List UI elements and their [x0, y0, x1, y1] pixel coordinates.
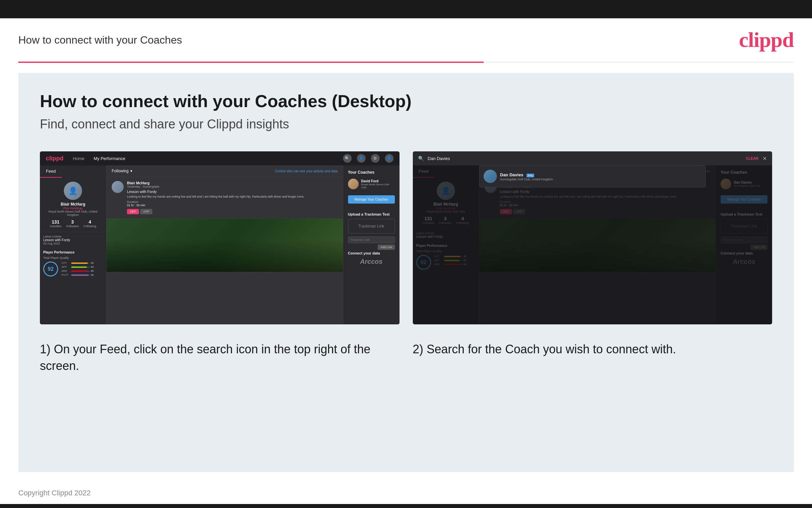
arccos-logo: Arccos [348, 258, 395, 265]
latest-activity-date: 03 Aug 2022 [43, 242, 103, 245]
activities-stat: 131 Activities [50, 219, 61, 228]
latest-activity-label: Latest Activity [43, 235, 103, 238]
search-query[interactable]: Dan Davies [428, 156, 742, 161]
post-content: Blair McHarg Yesterday · Sunningdale Les… [127, 181, 338, 214]
activities-label: Activities [50, 224, 61, 228]
arg-bar: ARG 86 [61, 269, 103, 272]
manage-coaches-button[interactable]: Manage Your Coaches [348, 195, 395, 204]
coach-name: David Ford [361, 179, 395, 183]
feed-photo [106, 219, 343, 272]
nav-my-performance[interactable]: My Performance [94, 156, 125, 161]
search-bar: 🔍 Dan Davies CLEAR ✕ [413, 152, 772, 165]
main-heading: How to connect with your Coaches (Deskto… [40, 91, 772, 111]
app-screenshot-left: clippd Home My Performance 🔍 👤 ⚙ 👤 Feed [40, 152, 399, 324]
close-button[interactable]: ✕ [762, 155, 767, 162]
total-player-quality: Total Player Quality [43, 256, 103, 259]
activities-count: 131 [50, 219, 61, 224]
search-result-item[interactable]: Dan Davies Pro Sunningdale Golf Club, Un… [484, 170, 702, 183]
coach-info: David Ford Royal North Devon Golf Club [361, 179, 395, 189]
followers-stat: 3 Followers [66, 219, 79, 228]
instruction-2: 2) Search for the Coach you wish to conn… [413, 341, 772, 375]
instruction-2-text: 2) Search for the Coach you wish to conn… [413, 341, 772, 357]
toggle-buttons: OFF APP [127, 209, 338, 214]
right-screenshot: clippd Home My Performance Feed Blair Mc… [413, 152, 772, 324]
avatar [64, 182, 82, 200]
app-toggle[interactable]: APP [140, 209, 152, 214]
coach-item: David Ford Royal North Devon Golf Club [348, 179, 395, 189]
bottom-bar [0, 504, 812, 508]
instructions-row: 1) On your Feed, click on the search ico… [40, 341, 772, 375]
instruction-1: 1) On your Feed, click on the search ico… [40, 341, 399, 375]
performance-bars: OTT 90 APP 85 ARG [61, 261, 103, 277]
app-body: Feed Blair McHarg Plus Handicap Royal No… [40, 165, 399, 324]
connect-title: Connect your data [348, 251, 395, 255]
latest-activity: Latest Activity Lesson with Fordy 03 Aug… [40, 232, 106, 248]
following-dropdown[interactable]: Following ▾ [112, 169, 132, 173]
main-content: How to connect with your Coaches (Deskto… [18, 73, 794, 472]
coach-club: Royal North Devon Golf Club [361, 183, 395, 189]
post-name: Blair McHarg [127, 181, 338, 185]
copyright: Copyright Clippd 2022 [18, 489, 91, 497]
feed-tab[interactable]: Feed [40, 165, 62, 178]
following-stat: 4 Following [84, 219, 96, 228]
putt-bar: PUTT 96 [61, 273, 103, 277]
app-nav: clippd Home My Performance 🔍 👤 ⚙ 👤 [40, 152, 399, 165]
search-icon[interactable]: 🔍 [343, 154, 352, 163]
coaches-panel: Your Coaches David Ford Royal North Devo… [343, 165, 399, 324]
page-title: How to connect with your Coaches [18, 34, 182, 46]
main-feed: Following ▾ Control who can see your act… [106, 165, 343, 324]
following-bar: Following ▾ Control who can see your act… [106, 165, 343, 177]
latest-activity-name: Lesson with Fordy [43, 238, 103, 242]
nav-home[interactable]: Home [73, 156, 85, 161]
nav-logo: clippd [46, 155, 63, 162]
player-performance-title: Player Performance [43, 251, 103, 254]
profile-section: Blair McHarg Plus Handicap Royal North D… [40, 178, 106, 232]
following-label: Following [84, 224, 96, 228]
trackman-box: Trackman Link [348, 219, 395, 234]
followers-count: 3 [66, 219, 79, 224]
user-icon[interactable]: 👤 [357, 154, 366, 163]
control-link[interactable]: Control who can see your activity and da… [275, 169, 337, 173]
trackman-input[interactable] [348, 237, 395, 243]
ott-bar: OTT 90 [61, 261, 103, 264]
pro-badge: Pro [526, 174, 534, 177]
instruction-1-text: 1) On your Feed, click on the search ico… [40, 341, 399, 375]
post-avatar [112, 181, 124, 193]
post-meta: Yesterday · Sunningdale [127, 185, 338, 188]
profile-icon[interactable]: 👤 [385, 154, 393, 163]
header: How to connect with your Coaches clippd [0, 18, 812, 61]
search-results: Dan Davies Pro Sunningdale Golf Club, Un… [479, 165, 706, 187]
clippd-logo: clippd [739, 28, 794, 52]
upload-title: Upload a Trackman Test [348, 212, 395, 216]
connect-section: Connect your data Arccos [348, 251, 395, 265]
following-count: 4 [84, 219, 96, 224]
add-link-button[interactable]: Add Link [378, 245, 394, 250]
header-divider [18, 61, 794, 63]
upload-section: Upload a Trackman Test Trackman Link Add… [348, 212, 395, 245]
performance-score: 92 [43, 261, 58, 277]
left-screenshot: clippd Home My Performance 🔍 👤 ⚙ 👤 Feed [40, 152, 399, 324]
search-result-avatar [484, 170, 497, 183]
screenshots-row: clippd Home My Performance 🔍 👤 ⚙ 👤 Feed [40, 152, 772, 324]
post-text: Looking to feel like my hands are exitin… [127, 195, 338, 199]
post-title: Lesson with Fordy [127, 189, 338, 194]
player-performance: Player Performance Total Player Quality … [40, 248, 106, 280]
off-toggle[interactable]: OFF [127, 209, 139, 214]
footer: Copyright Clippd 2022 [0, 482, 812, 504]
search-result-info: Dan Davies Pro Sunningdale Golf Club, Un… [500, 172, 553, 181]
search-icon-overlay: 🔍 [418, 156, 424, 161]
profile-name: Blair McHarg [60, 202, 85, 207]
search-result-club: Sunningdale Golf Club, United Kingdom [500, 178, 553, 181]
clear-button[interactable]: CLEAR [746, 156, 759, 160]
coaches-title: Your Coaches [348, 170, 395, 175]
followers-label: Followers [66, 224, 79, 228]
profile-stats: 131 Activities 3 Followers 4 Following [50, 219, 96, 228]
feed-post: Blair McHarg Yesterday · Sunningdale Les… [106, 177, 343, 219]
duration-value: 01 hr : 30 min [127, 204, 145, 207]
settings-icon[interactable]: ⚙ [371, 154, 380, 163]
handicap-label: Plus Handicap [63, 207, 83, 210]
club-name: Royal North Devon Golf Club, United King… [43, 210, 103, 217]
app-bar: APP 85 [61, 265, 103, 268]
main-subheading: Find, connect and share your Clippd insi… [40, 117, 772, 131]
coach-avatar [348, 179, 359, 189]
